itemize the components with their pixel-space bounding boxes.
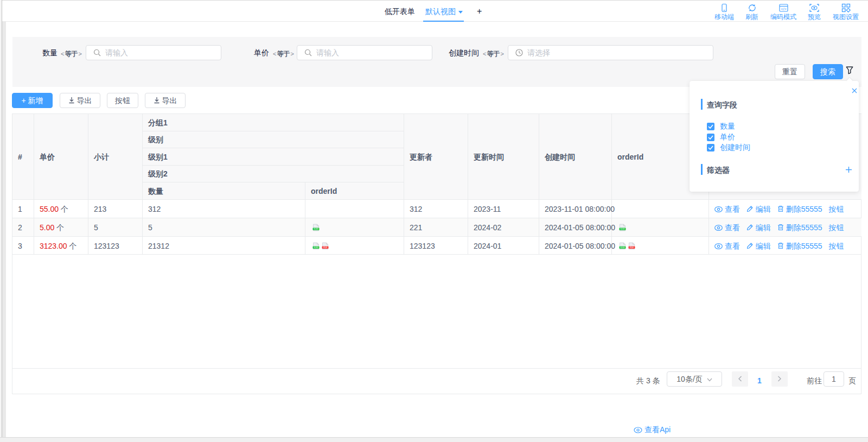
- svg-text:PDF: PDF: [630, 247, 634, 249]
- svg-text:XLSX: XLSX: [314, 228, 318, 230]
- svg-text:XLSX: XLSX: [620, 228, 625, 230]
- svg-text:PDF: PDF: [323, 247, 328, 249]
- svg-text:XLSX: XLSX: [314, 247, 318, 249]
- svg-text:XLSX: XLSX: [620, 247, 625, 249]
- svg-text:</>: </>: [781, 7, 786, 11]
